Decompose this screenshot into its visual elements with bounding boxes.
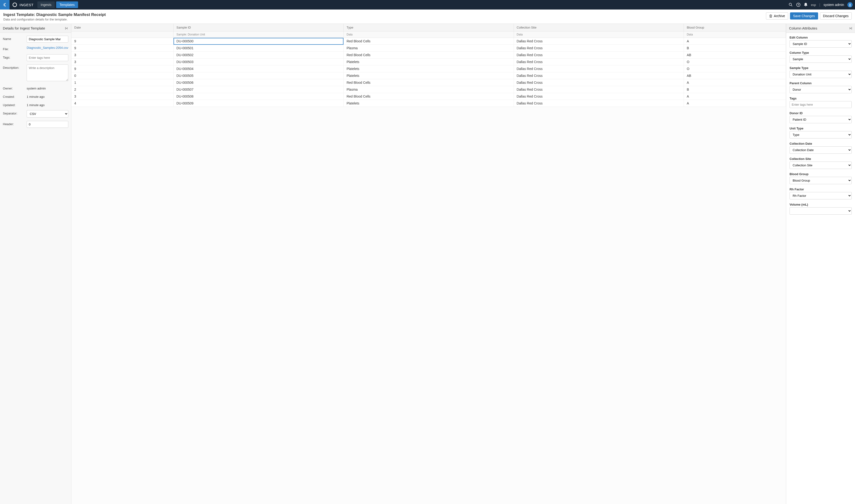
grid-cell[interactable]: 3 bbox=[71, 93, 174, 100]
attr-select[interactable]: Blood Group bbox=[789, 177, 852, 184]
grid-cell[interactable]: Dallas Red Cross bbox=[514, 86, 684, 93]
grid-cell[interactable]: A bbox=[684, 79, 786, 86]
name-input[interactable] bbox=[26, 36, 68, 42]
app-name: INGEST bbox=[19, 3, 34, 7]
grid-cell[interactable]: A bbox=[684, 93, 786, 100]
separator-select[interactable]: CSV bbox=[26, 110, 68, 118]
back-button[interactable] bbox=[0, 0, 10, 10]
attr-select[interactable]: Sample bbox=[789, 55, 852, 63]
tab-templates[interactable]: Templates bbox=[56, 1, 78, 8]
grid-cell[interactable]: DU-000509 bbox=[174, 100, 344, 107]
grid-cell[interactable]: Platelets bbox=[343, 100, 514, 107]
grid-cell[interactable]: A bbox=[684, 38, 786, 45]
updated-value: 1 minute ago bbox=[26, 102, 68, 107]
main-content: Details for Ingest Template Name File: D… bbox=[0, 24, 855, 504]
grid-cell[interactable]: 4 bbox=[71, 100, 174, 107]
grid-cell[interactable]: DU-000505 bbox=[174, 72, 344, 79]
collapse-right-icon[interactable] bbox=[849, 26, 852, 30]
user-name[interactable]: system admin bbox=[824, 3, 844, 7]
grid-cell[interactable]: DU-000507 bbox=[174, 86, 344, 93]
grid-cell[interactable]: 9 bbox=[71, 45, 174, 52]
grid-cell[interactable]: Platelets bbox=[343, 72, 514, 79]
attr-select[interactable] bbox=[789, 207, 852, 215]
tab-ingests[interactable]: Ingests bbox=[37, 1, 55, 8]
grid-cell[interactable]: Plasma bbox=[343, 86, 514, 93]
header-input[interactable] bbox=[26, 121, 68, 128]
column-header[interactable]: Sample ID bbox=[174, 24, 344, 31]
grid-cell[interactable]: A bbox=[684, 100, 786, 107]
grid-cell[interactable]: O bbox=[684, 58, 786, 66]
grid-cell[interactable]: Platelets bbox=[343, 58, 514, 66]
grid-cell[interactable]: DU-000503 bbox=[174, 58, 344, 66]
attr-select[interactable]: Collection Date bbox=[789, 146, 852, 154]
updated-label: Updated: bbox=[3, 102, 26, 107]
grid-cell[interactable]: DU-000504 bbox=[174, 66, 344, 72]
save-button[interactable]: Save Changes bbox=[790, 12, 818, 19]
tags-input[interactable] bbox=[26, 54, 68, 61]
attr-select[interactable]: Collection Site bbox=[789, 162, 852, 169]
search-icon[interactable] bbox=[788, 3, 793, 7]
grid-cell[interactable]: Dallas Red Cross bbox=[514, 58, 684, 66]
avatar[interactable] bbox=[848, 2, 853, 7]
grid-cell[interactable]: DU-000508 bbox=[174, 93, 344, 100]
grid-cell[interactable]: Red Blood Cells bbox=[343, 79, 514, 86]
collapse-left-icon[interactable] bbox=[65, 26, 68, 30]
grid-cell[interactable]: 3 bbox=[71, 52, 174, 58]
grid-cell[interactable]: Red Blood Cells bbox=[343, 52, 514, 58]
created-label: Created: bbox=[3, 93, 26, 98]
description-input[interactable] bbox=[26, 65, 68, 81]
column-subheader: Data bbox=[514, 31, 684, 38]
grid-cell[interactable]: Plasma bbox=[343, 45, 514, 52]
grid-cell[interactable]: Dallas Red Cross bbox=[514, 66, 684, 72]
grid-cell[interactable]: B bbox=[684, 45, 786, 52]
trash-icon bbox=[769, 14, 772, 18]
grid-cell[interactable]: Dallas Red Cross bbox=[514, 79, 684, 86]
attr-select[interactable]: Donation Unit bbox=[789, 71, 852, 78]
attr-select[interactable]: Type bbox=[789, 131, 852, 139]
grid-cell[interactable]: Platelets bbox=[343, 66, 514, 72]
grid-cell[interactable]: Dallas Red Cross bbox=[514, 100, 684, 107]
help-icon[interactable]: ? bbox=[796, 3, 801, 7]
grid-cell[interactable]: DU-000501 bbox=[174, 45, 344, 52]
table-row: 3DU-000502Red Blood CellsDallas Red Cros… bbox=[71, 52, 786, 58]
attr-select[interactable]: Sample ID bbox=[789, 40, 852, 48]
language-label[interactable]: esp bbox=[811, 3, 816, 7]
grid-cell[interactable]: 3 bbox=[71, 58, 174, 66]
grid-cell[interactable]: 2 bbox=[71, 86, 174, 93]
column-header[interactable]: Date bbox=[71, 24, 174, 31]
grid-cell[interactable]: Dallas Red Cross bbox=[514, 72, 684, 79]
attr-select[interactable]: Rh Factor bbox=[789, 192, 852, 199]
grid-cell[interactable]: AB bbox=[684, 52, 786, 58]
column-header[interactable]: Type bbox=[343, 24, 514, 31]
attr-input[interactable] bbox=[789, 101, 852, 108]
grid-cell[interactable]: Dallas Red Cross bbox=[514, 52, 684, 58]
grid-cell[interactable]: Red Blood Cells bbox=[343, 93, 514, 100]
file-link[interactable]: Diagnostic_Samples-2054.csv bbox=[26, 46, 68, 50]
app-logo bbox=[12, 2, 17, 7]
grid-cell[interactable]: DU-000500 bbox=[174, 38, 344, 45]
attr-select[interactable]: Donor bbox=[789, 86, 852, 93]
archive-button[interactable]: Archive bbox=[766, 12, 788, 19]
grid-cell[interactable]: Red Blood Cells bbox=[343, 38, 514, 45]
grid-cell[interactable]: 9 bbox=[71, 66, 174, 72]
attr-label: Collection Date bbox=[789, 142, 852, 145]
discard-label: Discard Changes bbox=[823, 14, 849, 18]
column-header[interactable]: Blood Group bbox=[684, 24, 786, 31]
grid-cell[interactable]: DU-000506 bbox=[174, 79, 344, 86]
grid-cell[interactable]: AB bbox=[684, 72, 786, 79]
grid-cell[interactable]: B bbox=[684, 86, 786, 93]
top-nav-bar: INGEST Ingests Templates ? esp | system … bbox=[0, 0, 855, 10]
grid-cell[interactable]: Dallas Red Cross bbox=[514, 45, 684, 52]
grid-cell[interactable]: 9 bbox=[71, 38, 174, 45]
grid-cell[interactable]: Dallas Red Cross bbox=[514, 38, 684, 45]
bell-icon[interactable] bbox=[804, 3, 808, 7]
grid-cell[interactable]: 1 bbox=[71, 79, 174, 86]
grid-cell[interactable]: O bbox=[684, 66, 786, 72]
grid-cell[interactable]: 0 bbox=[71, 72, 174, 79]
grid-cell[interactable]: Dallas Red Cross bbox=[514, 93, 684, 100]
grid-cell[interactable]: DU-000502 bbox=[174, 52, 344, 58]
column-header[interactable]: Collection Site bbox=[514, 24, 684, 31]
discard-button[interactable]: Discard Changes bbox=[820, 12, 852, 19]
details-panel-title: Details for Ingest Template bbox=[3, 26, 45, 30]
attr-select[interactable]: Patient ID bbox=[789, 116, 852, 123]
